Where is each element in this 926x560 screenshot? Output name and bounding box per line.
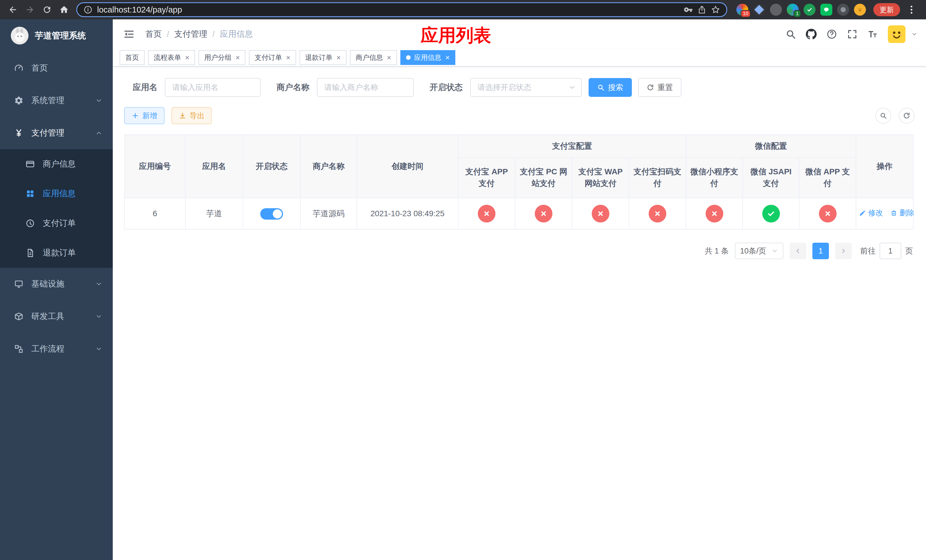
- chevron-down-icon[interactable]: [911, 31, 917, 37]
- refresh-icon-button[interactable]: [899, 107, 915, 124]
- col-header-app-id: 应用编号: [124, 135, 185, 198]
- app-logo: [11, 27, 29, 44]
- status-select[interactable]: 请选择开启状态: [470, 78, 582, 97]
- tab-close-icon[interactable]: ×: [387, 54, 391, 61]
- x-circle-icon: [706, 205, 723, 222]
- col-header-status: 开启状态: [243, 135, 300, 198]
- yen-icon: [14, 128, 24, 138]
- next-page-button[interactable]: [835, 243, 852, 259]
- extension-icon[interactable]: 1: [787, 4, 799, 16]
- document-icon: [25, 248, 35, 258]
- col-header-alipay-wap: 支付宝 WAP 网站支付: [572, 157, 629, 198]
- monitor-icon: [14, 279, 24, 289]
- status-toggle[interactable]: [260, 208, 283, 219]
- browser-back-button[interactable]: [5, 2, 21, 17]
- extension-icon[interactable]: [753, 4, 765, 16]
- tab-close-icon[interactable]: ×: [445, 54, 449, 61]
- export-button[interactable]: 导出: [171, 107, 212, 124]
- merchant-name-input[interactable]: [317, 78, 414, 97]
- search-icon[interactable]: [785, 29, 796, 39]
- sidebar-item-refund-orders[interactable]: 退款订单: [0, 238, 113, 268]
- user-avatar[interactable]: [888, 25, 905, 43]
- browser-forward-button[interactable]: [22, 2, 38, 17]
- prev-page-button[interactable]: [790, 243, 806, 259]
- col-header-app-name: 应用名: [185, 135, 243, 198]
- pagination-total: 共 1 条: [705, 246, 729, 256]
- breadcrumb-separator: /: [167, 30, 169, 39]
- page-number-button[interactable]: 1: [813, 243, 829, 259]
- sidebar-item-workflow[interactable]: 工作流程: [0, 333, 113, 365]
- goto-unit: 页: [905, 246, 913, 256]
- sidebar-item-pay-orders[interactable]: 支付订单: [0, 209, 113, 238]
- tab-label: 商户信息: [356, 53, 383, 62]
- tab-close-icon[interactable]: ×: [286, 54, 290, 61]
- col-header-created: 创建时间: [357, 135, 458, 198]
- tab-close-icon[interactable]: ×: [236, 54, 240, 61]
- search-button[interactable]: 搜索: [589, 78, 632, 97]
- password-key-icon[interactable]: [684, 5, 693, 14]
- reset-button[interactable]: 重置: [638, 78, 681, 97]
- col-header-wechat-app: 微信 APP 支付: [799, 157, 856, 198]
- tab-label: 支付订单: [254, 53, 282, 62]
- chevron-down-icon: [95, 97, 103, 104]
- tab-退款订单[interactable]: 退款订单×: [300, 50, 346, 65]
- payment-submenu: 商户信息 应用信息 支付订单 退款订单: [0, 149, 113, 268]
- sidebar-item-home[interactable]: 首页: [0, 52, 113, 84]
- bookmark-star-icon[interactable]: [711, 5, 720, 14]
- app-name-input[interactable]: [165, 78, 260, 97]
- gear-icon: [14, 95, 24, 106]
- tab-支付订单[interactable]: 支付订单×: [249, 50, 296, 65]
- extension-icon[interactable]: [803, 4, 816, 16]
- tab-label: 用户分组: [204, 53, 232, 62]
- font-size-icon[interactable]: [867, 29, 878, 39]
- tab-close-icon[interactable]: ×: [185, 54, 189, 61]
- extension-icon[interactable]: [770, 4, 782, 16]
- sidebar-item-merchant-info[interactable]: 商户信息: [0, 149, 113, 179]
- tab-流程表单[interactable]: 流程表单×: [148, 50, 195, 65]
- tab-商户信息[interactable]: 商户信息×: [350, 50, 397, 65]
- browser-reload-button[interactable]: [39, 2, 54, 17]
- tab-首页[interactable]: 首页: [120, 50, 145, 65]
- add-button[interactable]: 新增: [124, 107, 165, 124]
- extension-icon[interactable]: 10: [736, 4, 748, 16]
- toggle-search-icon-button[interactable]: [875, 107, 891, 124]
- sidebar-item-infrastructure[interactable]: 基础设施: [0, 268, 113, 300]
- tab-close-icon[interactable]: ×: [337, 54, 341, 61]
- sidebar-item-payment[interactable]: 支付管理: [0, 117, 113, 149]
- profile-avatar-icon[interactable]: [854, 4, 866, 16]
- breadcrumb-home[interactable]: 首页: [145, 29, 162, 40]
- sidebar-item-system[interactable]: 系统管理: [0, 84, 113, 117]
- extension-icon[interactable]: [837, 4, 849, 16]
- x-circle-icon: [478, 205, 495, 222]
- url-bar[interactable]: localhost:1024/pay/app: [76, 2, 727, 17]
- collapse-sidebar-icon[interactable]: [123, 28, 135, 40]
- extension-icon[interactable]: [820, 4, 832, 16]
- x-circle-icon: [649, 205, 666, 222]
- tab-用户分组[interactable]: 用户分组×: [198, 50, 245, 65]
- help-icon[interactable]: [826, 29, 837, 39]
- browser-update-button[interactable]: 更新: [873, 3, 900, 16]
- browser-menu-icon[interactable]: [906, 4, 917, 15]
- tab-应用信息[interactable]: 应用信息×: [400, 50, 455, 65]
- config-disabled-cell: [686, 198, 743, 229]
- breadcrumb-payment[interactable]: 支付管理: [174, 29, 207, 40]
- edit-link[interactable]: 修改: [859, 207, 883, 218]
- sidebar-item-dev-tools[interactable]: 研发工具: [0, 300, 113, 333]
- share-icon[interactable]: [698, 5, 707, 14]
- url-text[interactable]: localhost:1024/pay/app: [97, 5, 679, 15]
- dashboard-icon: [14, 63, 24, 73]
- delete-link[interactable]: 删除: [890, 207, 914, 218]
- cell-app-name: 芋道: [185, 198, 243, 229]
- config-enabled-cell: [743, 198, 799, 229]
- cell-actions: 修改 删除: [856, 198, 913, 229]
- page-size-select[interactable]: 10条/页: [735, 243, 783, 259]
- sidebar-item-app-info[interactable]: 应用信息: [0, 179, 113, 209]
- github-icon[interactable]: [806, 29, 817, 39]
- browser-home-button[interactable]: [56, 2, 72, 17]
- site-info-icon[interactable]: [83, 5, 92, 14]
- col-header-alipay-pc: 支付宝 PC 网站支付: [515, 157, 572, 198]
- fullscreen-icon[interactable]: [847, 29, 858, 39]
- goto-page-input[interactable]: [879, 243, 901, 259]
- breadcrumb-current: 应用信息: [220, 29, 253, 40]
- app-title: 芋道管理系统: [35, 30, 86, 42]
